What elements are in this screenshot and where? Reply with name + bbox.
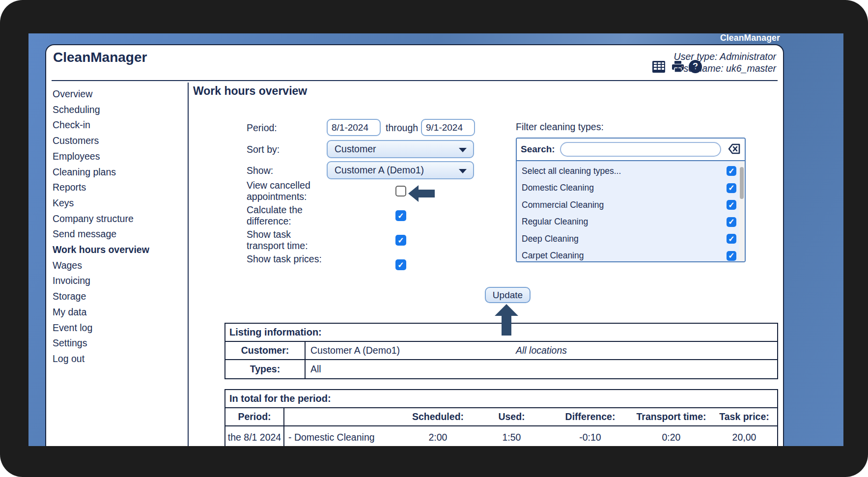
sort-by-select[interactable]: Customer bbox=[327, 140, 474, 158]
clear-search-icon[interactable] bbox=[724, 142, 741, 157]
sidebar-item-scheduling[interactable]: Scheduling bbox=[53, 102, 184, 118]
cleaning-type-checkbox[interactable]: ✓ bbox=[727, 200, 736, 210]
through-label: through bbox=[386, 122, 418, 134]
chevron-down-icon bbox=[459, 148, 467, 152]
sidebar-item-event-log[interactable]: Event log bbox=[53, 320, 184, 336]
annotation-arrow-left-icon bbox=[408, 184, 435, 203]
view-cancelled-checkbox[interactable] bbox=[395, 186, 406, 196]
annotation-arrow-up-icon bbox=[495, 304, 518, 336]
cleaning-type-row[interactable]: Carpet Cleaning ✓ bbox=[517, 248, 745, 263]
cleaning-type-row[interactable]: Commercial Cleaning ✓ bbox=[517, 196, 745, 214]
user-name: Username: uk6_master bbox=[674, 62, 776, 74]
cleaning-type-checkbox[interactable]: ✓ bbox=[727, 166, 736, 176]
sidebar-item-cleaning-plans[interactable]: Cleaning plans bbox=[53, 165, 184, 180]
sidebar-item-settings[interactable]: Settings bbox=[53, 336, 184, 351]
sidebar: OverviewSchedulingCheck-inCustomersEmplo… bbox=[53, 86, 184, 367]
app-title: CleanManager bbox=[53, 50, 147, 65]
sidebar-divider bbox=[188, 83, 189, 446]
calc-difference-label: Calculate the difference: bbox=[247, 204, 325, 226]
sort-by-label: Sort by: bbox=[247, 144, 280, 155]
totals-data-row: the 8/1 2024 - Domestic Cleaning 2:00 1:… bbox=[225, 426, 777, 446]
sidebar-item-company-structure[interactable]: Company structure bbox=[53, 211, 184, 227]
sidebar-item-wages[interactable]: Wages bbox=[53, 258, 184, 274]
table-view-icon[interactable] bbox=[652, 60, 666, 74]
task-prices-label: Show task prices: bbox=[247, 253, 325, 265]
window-title: CleanManager bbox=[720, 33, 780, 43]
sidebar-item-log-out[interactable]: Log out bbox=[53, 351, 184, 367]
cleaning-type-checkbox[interactable]: ✓ bbox=[727, 183, 736, 193]
user-type: User type: Administrator bbox=[674, 51, 776, 62]
cleaning-type-row[interactable]: Regular Cleaning ✓ bbox=[517, 214, 745, 231]
cleaning-type-checkbox[interactable]: ✓ bbox=[727, 251, 736, 261]
period-from-input[interactable] bbox=[327, 119, 381, 136]
search-label: Search: bbox=[521, 144, 555, 155]
totals-table: In total for the period: Period: Schedul… bbox=[224, 389, 778, 446]
cleaning-type-checkbox[interactable]: ✓ bbox=[727, 217, 736, 227]
sidebar-item-invoicing[interactable]: Invoicing bbox=[53, 273, 184, 289]
table-row: Types: All bbox=[225, 360, 777, 378]
period-label: Period: bbox=[247, 122, 277, 134]
totals-title: In total for the period: bbox=[225, 390, 777, 408]
sidebar-item-employees[interactable]: Employees bbox=[53, 149, 184, 165]
search-input[interactable] bbox=[560, 142, 721, 157]
sidebar-item-customers[interactable]: Customers bbox=[53, 133, 184, 149]
sidebar-item-send-message[interactable]: Send message bbox=[53, 226, 184, 242]
table-row: Customer: Customer A (Demo1) All locatio… bbox=[225, 342, 777, 360]
header-divider bbox=[52, 80, 778, 81]
update-button[interactable]: Update bbox=[485, 287, 531, 303]
sidebar-item-keys[interactable]: Keys bbox=[53, 196, 184, 211]
sidebar-item-storage[interactable]: Storage bbox=[53, 289, 184, 305]
filter-search-row: Search: bbox=[517, 139, 745, 161]
cleaning-type-row[interactable]: Select all cleaning types... ✓ bbox=[517, 163, 745, 180]
show-select[interactable]: Customer A (Demo1) bbox=[327, 161, 474, 179]
app-panel: CleanManager ? User type: Administrator … bbox=[45, 44, 784, 446]
period-to-input[interactable] bbox=[421, 119, 475, 136]
calc-difference-checkbox[interactable]: ✓ bbox=[395, 210, 406, 221]
transport-time-label: Show task transport time: bbox=[247, 229, 325, 251]
filter-panel: Search: Select all cleaning types... ✓ D… bbox=[516, 138, 746, 262]
screenshot-stage: CleanManager CleanManager ? User type: A… bbox=[0, 0, 868, 477]
all-locations-note: All locations bbox=[306, 345, 777, 356]
cleaning-type-row[interactable]: Deep Cleaning ✓ bbox=[517, 230, 745, 248]
totals-header-row: Period: Scheduled: Used: Difference: Tra… bbox=[225, 408, 777, 426]
page-title: Work hours overview bbox=[193, 84, 307, 98]
filter-title: Filter cleaning types: bbox=[516, 121, 604, 133]
view-cancelled-label: View cancelled appointments: bbox=[247, 180, 325, 202]
sidebar-item-my-data[interactable]: My data bbox=[53, 305, 184, 320]
sidebar-item-check-in[interactable]: Check-in bbox=[53, 117, 184, 133]
sidebar-item-reports[interactable]: Reports bbox=[53, 180, 184, 196]
show-label: Show: bbox=[247, 165, 273, 176]
chevron-down-icon bbox=[459, 169, 467, 173]
user-info: User type: Administrator Username: uk6_m… bbox=[674, 51, 776, 74]
cleaning-type-row[interactable]: Domestic Cleaning ✓ bbox=[517, 180, 745, 197]
cleaning-type-checkbox[interactable]: ✓ bbox=[727, 234, 736, 244]
sidebar-item-overview[interactable]: Overview bbox=[53, 86, 184, 102]
transport-time-checkbox[interactable]: ✓ bbox=[395, 235, 406, 246]
cleaning-type-list: Select all cleaning types... ✓ Domestic … bbox=[517, 161, 745, 262]
sidebar-item-work-hours-overview[interactable]: Work hours overview bbox=[53, 242, 184, 258]
task-prices-checkbox[interactable]: ✓ bbox=[395, 259, 406, 270]
